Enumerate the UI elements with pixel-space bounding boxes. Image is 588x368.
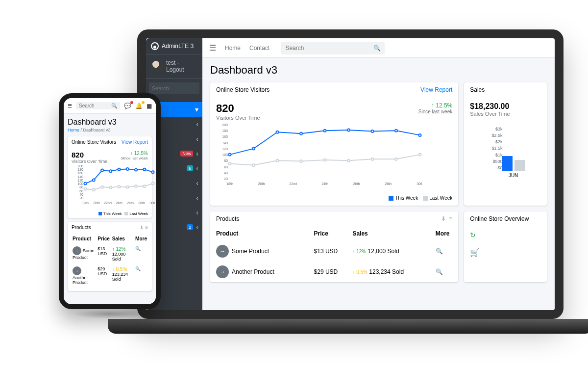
chevron-left-icon: ‹ <box>196 194 198 202</box>
svg-text:28th: 28th <box>138 201 145 205</box>
svg-text:26th: 26th <box>127 201 134 205</box>
card-visitors: Online Store Visitors View Report 820 Vi… <box>210 82 458 206</box>
m-col-price: Price <box>98 234 111 243</box>
svg-point-57 <box>126 168 129 170</box>
top-search[interactable]: 🔍 <box>281 42 385 54</box>
visitors-value: 820 <box>216 102 260 115</box>
visitors-legend: This Week Last Week <box>210 193 458 206</box>
svg-text:22nd: 22nd <box>104 201 112 205</box>
badge-count: 2 <box>187 224 193 230</box>
breadcrumb-home[interactable]: Home <box>68 128 79 132</box>
search-icon[interactable]: 🔍 <box>373 45 381 52</box>
download-icon[interactable]: ⬇ <box>140 225 144 230</box>
search-icon[interactable]: 🔍 <box>135 246 141 251</box>
svg-text:120: 120 <box>77 179 83 182</box>
search-icon[interactable]: 🔍 <box>436 268 443 275</box>
menu-icon[interactable]: ≡ <box>449 215 452 222</box>
m-col-sales: Sales <box>112 234 134 243</box>
svg-point-22 <box>347 129 350 131</box>
svg-text:22nd: 22nd <box>290 182 297 185</box>
comments-icon[interactable]: 💬 <box>124 103 131 109</box>
svg-point-65 <box>118 185 121 188</box>
brand[interactable]: AdminLTE 3 <box>146 38 202 54</box>
svg-point-20 <box>300 132 302 135</box>
hamburger-icon[interactable]: ☰ <box>68 103 72 108</box>
svg-point-25 <box>419 134 421 136</box>
svg-text:20: 20 <box>79 196 83 200</box>
grid-icon[interactable]: ▦ <box>147 103 152 109</box>
cart-icon[interactable]: 🛒 <box>470 248 541 257</box>
nav-contact[interactable]: Contact <box>249 45 270 52</box>
table-row[interactable]: →Another Product $29 USD ↓ 0.5% 123,234 … <box>210 262 458 282</box>
avatar <box>151 60 163 73</box>
svg-point-17 <box>229 154 231 156</box>
svg-point-53 <box>93 179 95 181</box>
top-search-input[interactable] <box>285 45 359 52</box>
brand-logo-icon <box>151 42 159 50</box>
user-name: test - Logout <box>166 59 197 73</box>
mobile-visitors-title: Online Store Visitors <box>72 139 116 145</box>
visitors-delta: ↑ 12.5% <box>418 102 452 109</box>
svg-point-69 <box>152 183 154 185</box>
breadcrumb-current: Dashboard v3 <box>83 128 111 132</box>
chevron-left-icon: ‹ <box>196 120 198 128</box>
sales-bar-primary <box>502 156 513 171</box>
menu-icon[interactable]: ≡ <box>145 225 148 230</box>
svg-point-30 <box>324 159 326 161</box>
mobile-visitors-chart: 2040608010012014016018020018th20th22nd24… <box>72 164 155 206</box>
visitors-report-link[interactable]: View Report <box>420 86 452 93</box>
svg-text:80: 80 <box>79 185 83 189</box>
table-row[interactable]: →Another Product $29 USD ↓ 0.5% 123,234 … <box>73 264 147 287</box>
sales-bar-secondary <box>514 160 525 171</box>
svg-text:140: 140 <box>77 175 83 179</box>
mobile-visitors-subtitle: Visitors Over Time <box>72 159 107 164</box>
visitors-chart: 2040608010012014016018020018th20th22nd24… <box>216 123 452 188</box>
search-icon[interactable]: 🔍 <box>111 103 117 108</box>
svg-point-60 <box>152 171 154 173</box>
refresh-icon[interactable]: ↻ <box>470 231 541 239</box>
col-product: Product <box>210 226 314 241</box>
mobile-search[interactable]: 🔍 <box>76 102 120 109</box>
table-row[interactable]: →Some Product $13 USD ↑ 12% 12,000 Sold … <box>73 244 147 263</box>
search-icon[interactable]: 🔍 <box>135 266 141 271</box>
sidebar-search[interactable] <box>149 82 199 94</box>
product-icon: → <box>73 266 81 275</box>
svg-point-62 <box>93 188 95 191</box>
svg-point-29 <box>300 160 302 162</box>
svg-point-68 <box>143 185 146 187</box>
svg-point-18 <box>252 147 255 150</box>
download-icon[interactable]: ⬇ <box>441 215 446 222</box>
badge-new: New <box>180 151 193 157</box>
chevron-down-icon: ▾ <box>195 105 198 113</box>
nav-home[interactable]: Home <box>225 45 241 52</box>
svg-text:20th: 20th <box>258 182 265 185</box>
mobile-report-link[interactable]: View Report <box>122 139 148 145</box>
search-icon[interactable]: 🔍 <box>436 248 443 255</box>
mobile-products-title: Products <box>72 225 91 230</box>
hamburger-icon[interactable]: ☰ <box>209 43 216 53</box>
svg-text:20: 20 <box>224 177 228 181</box>
svg-text:26th: 26th <box>353 182 360 185</box>
mobile-visitors-value: 820 <box>72 151 107 159</box>
svg-text:18th: 18th <box>82 201 89 205</box>
sidebar-search-input[interactable] <box>152 85 196 91</box>
svg-point-31 <box>347 159 350 162</box>
table-row[interactable]: →Some Product $13 USD ↑ 12% 12,000 Sold … <box>210 241 458 262</box>
user-panel[interactable]: test - Logout <box>146 54 202 79</box>
top-navbar: ☰ Home Contact 🔍 <box>202 38 555 58</box>
svg-text:24th: 24th <box>116 201 122 205</box>
bell-icon[interactable]: 🔔 <box>135 103 143 109</box>
svg-point-32 <box>371 158 374 160</box>
brand-label: AdminLTE 3 <box>162 43 194 50</box>
products-title: Products <box>216 215 239 222</box>
mobile-search-input[interactable] <box>79 103 108 108</box>
visitors-title: Online Store Visitors <box>216 86 270 93</box>
mobile-page-title: Dashboard v3 <box>68 118 152 127</box>
col-more: More <box>436 226 458 241</box>
svg-text:120: 120 <box>222 147 228 151</box>
sales-bar-label: JUN <box>509 173 518 178</box>
mobile-visitors-delta: ↑ 12.5% <box>121 151 148 156</box>
svg-text:28th: 28th <box>385 182 392 185</box>
overview-title: Online Store Overview <box>470 215 529 222</box>
svg-point-56 <box>118 168 121 171</box>
